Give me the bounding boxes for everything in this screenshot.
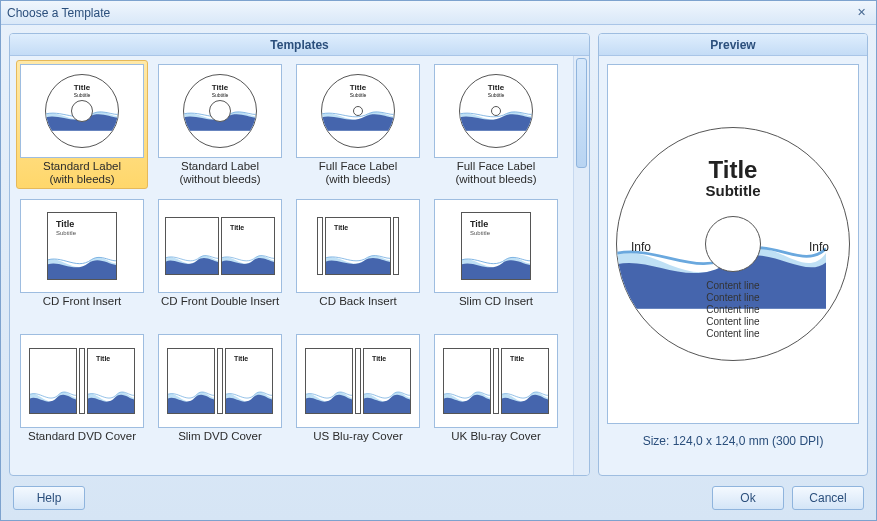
cd-hole bbox=[705, 216, 761, 272]
content-line: Content line bbox=[617, 280, 849, 292]
template-thumb: Title bbox=[434, 334, 558, 428]
content-line: Content line bbox=[617, 328, 849, 340]
footer: Help Ok Cancel bbox=[1, 476, 876, 520]
template-tile-slim-cd-insert[interactable]: TitleSubtitle Slim CD Insert bbox=[430, 195, 562, 324]
template-label: CD Back Insert bbox=[296, 295, 420, 321]
template-tile-us-bluray-cover[interactable]: Title US Blu-ray Cover bbox=[292, 330, 424, 459]
templates-grid-wrap: Title Subtitle Standard Label (with blee… bbox=[10, 56, 573, 475]
template-label: Standard DVD Cover bbox=[20, 430, 144, 456]
template-tile-full-face-nobleed[interactable]: Title Subtitle Full Face Label (without … bbox=[430, 60, 562, 189]
template-thumb: TitleSubtitle bbox=[434, 199, 558, 293]
preview-content-lines: Content lineContent lineContent lineCont… bbox=[617, 280, 849, 340]
template-tile-std-dvd-cover[interactable]: Title Standard DVD Cover bbox=[16, 330, 148, 459]
content-line: Content line bbox=[617, 292, 849, 304]
template-tile-slim-dvd-cover[interactable]: Title Slim DVD Cover bbox=[154, 330, 286, 459]
template-label: CD Front Double Insert bbox=[158, 295, 282, 321]
templates-grid: Title Subtitle Standard Label (with blee… bbox=[16, 60, 573, 459]
template-tile-uk-bluray-cover[interactable]: Title UK Blu-ray Cover bbox=[430, 330, 562, 459]
scroll-thumb[interactable] bbox=[576, 58, 587, 168]
template-thumb: Title Subtitle bbox=[20, 64, 144, 158]
dialog-body: Templates Title Subtitle Standard Label … bbox=[1, 25, 876, 476]
preview-subtitle: Subtitle bbox=[617, 182, 849, 199]
template-label: Standard Label (without bleeds) bbox=[158, 160, 282, 186]
template-thumb: Title bbox=[296, 199, 420, 293]
template-tile-std-label-nobleed[interactable]: Title Subtitle Standard Label (without b… bbox=[154, 60, 286, 189]
template-thumb: TitleSubtitle bbox=[20, 199, 144, 293]
titlebar: Choose a Template ✕ bbox=[1, 1, 876, 25]
template-label: Slim DVD Cover bbox=[158, 430, 282, 456]
template-thumb: Title bbox=[158, 334, 282, 428]
template-label: Standard Label (with bleeds) bbox=[20, 160, 144, 186]
preview-canvas: Title Subtitle Info Info Content lineCon… bbox=[607, 64, 859, 424]
close-icon[interactable]: ✕ bbox=[852, 5, 870, 21]
choose-template-dialog: Choose a Template ✕ Templates Title Subt… bbox=[0, 0, 877, 521]
preview-header: Preview bbox=[599, 34, 867, 56]
ok-button[interactable]: Ok bbox=[712, 486, 784, 510]
preview-title: Title bbox=[617, 156, 849, 184]
template-label: UK Blu-ray Cover bbox=[434, 430, 558, 456]
templates-body: Title Subtitle Standard Label (with blee… bbox=[10, 56, 589, 475]
window-title: Choose a Template bbox=[7, 6, 852, 20]
template-tile-full-face-bleed[interactable]: Title Subtitle Full Face Label (with ble… bbox=[292, 60, 424, 189]
template-thumb: Title bbox=[296, 334, 420, 428]
preview-info-right: Info bbox=[809, 240, 829, 254]
template-tile-cd-front-double[interactable]: Title CD Front Double Insert bbox=[154, 195, 286, 324]
cancel-button[interactable]: Cancel bbox=[792, 486, 864, 510]
template-thumb: Title bbox=[158, 199, 282, 293]
template-label: Full Face Label (with bleeds) bbox=[296, 160, 420, 186]
content-line: Content line bbox=[617, 304, 849, 316]
templates-panel: Templates Title Subtitle Standard Label … bbox=[9, 33, 590, 476]
preview-size-text: Size: 124,0 x 124,0 mm (300 DPI) bbox=[643, 434, 824, 448]
scrollbar[interactable] bbox=[573, 56, 589, 475]
preview-info-left: Info bbox=[631, 240, 651, 254]
template-thumb: Title Subtitle bbox=[434, 64, 558, 158]
template-thumb: Title bbox=[20, 334, 144, 428]
template-label: Full Face Label (without bleeds) bbox=[434, 160, 558, 186]
templates-header: Templates bbox=[10, 34, 589, 56]
content-line: Content line bbox=[617, 316, 849, 328]
template-tile-cd-front-insert[interactable]: TitleSubtitle CD Front Insert bbox=[16, 195, 148, 324]
template-label: US Blu-ray Cover bbox=[296, 430, 420, 456]
template-label: CD Front Insert bbox=[20, 295, 144, 321]
help-button[interactable]: Help bbox=[13, 486, 85, 510]
template-label: Slim CD Insert bbox=[434, 295, 558, 321]
preview-body: Title Subtitle Info Info Content lineCon… bbox=[599, 56, 867, 475]
template-thumb: Title Subtitle bbox=[296, 64, 420, 158]
template-tile-std-label-bleed[interactable]: Title Subtitle Standard Label (with blee… bbox=[16, 60, 148, 189]
template-thumb: Title Subtitle bbox=[158, 64, 282, 158]
preview-panel: Preview Title Subtitle Info Info bbox=[598, 33, 868, 476]
preview-cd: Title Subtitle Info Info Content lineCon… bbox=[616, 127, 850, 361]
template-tile-cd-back-insert[interactable]: Title CD Back Insert bbox=[292, 195, 424, 324]
